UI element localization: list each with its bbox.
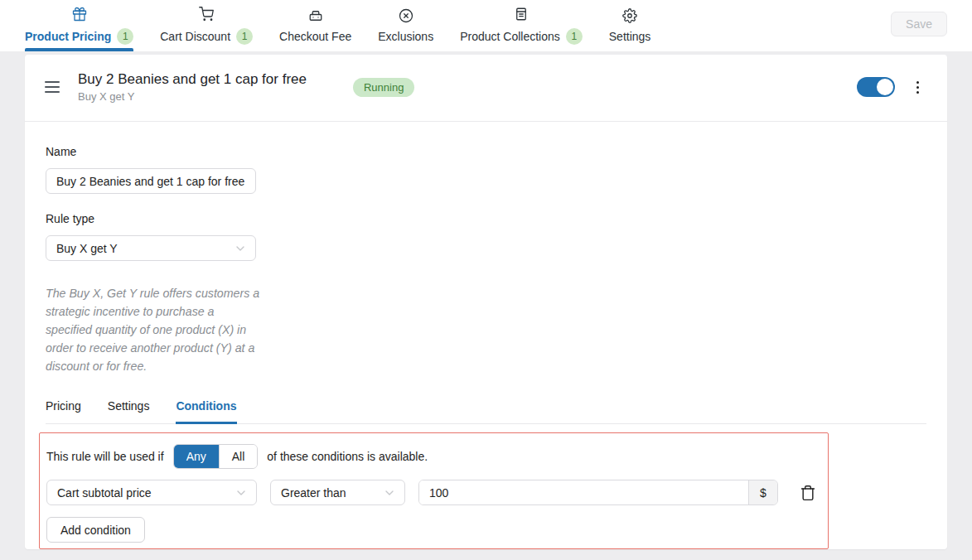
chevron-down-icon — [234, 242, 247, 255]
nav-item-cart-discount[interactable]: Cart Discount 1 — [160, 0, 253, 51]
nav-item-label: Checkout Fee — [279, 30, 351, 43]
rule-tabs: Pricing Settings Conditions — [46, 399, 926, 424]
trash-icon — [800, 485, 816, 501]
tab-pricing[interactable]: Pricing — [46, 399, 81, 424]
all-button[interactable]: All — [219, 445, 258, 468]
kebab-menu-icon[interactable] — [913, 80, 922, 95]
conditions-panel: This rule will be used if Any All of the… — [39, 432, 829, 549]
nav-item-count-badge: 1 — [117, 28, 133, 45]
rule-title-block: Buy 2 Beanies and get 1 cap for free Buy… — [78, 71, 307, 103]
save-button[interactable]: Save — [891, 12, 947, 36]
rule-enabled-toggle[interactable] — [857, 77, 895, 97]
active-tab-underline — [25, 48, 133, 51]
cash-register-icon — [308, 8, 323, 26]
status-badge: Running — [353, 78, 414, 97]
nav-item-checkout-fee[interactable]: Checkout Fee — [279, 0, 351, 51]
chevron-down-icon — [383, 486, 396, 500]
condition-operator-value: Greater than — [281, 486, 346, 500]
nav-item-label: Settings — [609, 30, 651, 43]
circle-x-icon — [399, 8, 413, 26]
gear-icon — [622, 8, 637, 26]
cart-icon — [199, 7, 214, 24]
top-nav: Product Pricing 1 Cart Discount 1 Checko… — [0, 0, 972, 51]
rule-card-header: Buy 2 Beanies and get 1 cap for free Buy… — [25, 55, 947, 122]
nav-item-count-badge: 1 — [566, 28, 583, 45]
rule-card-body: Name Rule type Buy X get Y The Buy X, Ge… — [25, 122, 947, 549]
any-all-segmented-control: Any All — [173, 444, 259, 469]
add-condition-button[interactable]: Add condition — [46, 517, 145, 543]
rule-subtitle: Buy X get Y — [78, 90, 307, 103]
condition-value-group: $ — [418, 480, 778, 505]
conditions-sentence: This rule will be used if Any All of the… — [46, 444, 821, 469]
rule-type-label: Rule type — [46, 212, 926, 225]
nav-item-label: Exclusions — [378, 30, 433, 43]
name-input[interactable] — [46, 168, 256, 194]
nav-item-count-badge: 1 — [236, 28, 253, 45]
conditions-sentence-suffix: of these conditions is available. — [267, 450, 428, 463]
nav-item-product-collections[interactable]: Product Collections 1 — [460, 0, 583, 51]
delete-condition-button[interactable] — [798, 483, 818, 503]
tab-conditions[interactable]: Conditions — [176, 399, 236, 424]
rule-type-select[interactable]: Buy X get Y — [46, 235, 256, 261]
nav-item-label: Cart Discount — [160, 30, 230, 43]
condition-value-input[interactable] — [419, 480, 748, 504]
conditions-sentence-prefix: This rule will be used if — [46, 450, 164, 463]
nav-item-settings[interactable]: Settings — [609, 0, 651, 51]
condition-field-value: Cart subtotal price — [57, 486, 152, 500]
nav-item-exclusions[interactable]: Exclusions — [378, 0, 433, 51]
condition-field-select[interactable]: Cart subtotal price — [46, 480, 257, 505]
rule-title: Buy 2 Beanies and get 1 cap for free — [78, 71, 307, 88]
nav-item-product-pricing[interactable]: Product Pricing 1 — [25, 0, 133, 51]
collections-icon — [514, 7, 529, 24]
rule-type-value: Buy X get Y — [56, 242, 118, 255]
nav-item-label: Product Pricing — [25, 30, 111, 43]
drag-handle-icon[interactable] — [45, 81, 60, 93]
condition-operator-select[interactable]: Greater than — [270, 480, 405, 505]
nav-item-label: Product Collections — [460, 30, 560, 43]
gift-icon — [72, 7, 87, 24]
any-button[interactable]: Any — [174, 445, 219, 468]
toggle-knob — [877, 79, 893, 95]
name-label: Name — [46, 145, 76, 158]
condition-row: Cart subtotal price Greater than $ — [46, 480, 821, 505]
currency-suffix: $ — [748, 480, 777, 504]
rule-description: The Buy X, Get Y rule offers customers a… — [46, 284, 261, 375]
rule-card: Buy 2 Beanies and get 1 cap for free Buy… — [25, 55, 947, 549]
chevron-down-icon — [235, 486, 248, 500]
tab-settings[interactable]: Settings — [108, 399, 150, 424]
